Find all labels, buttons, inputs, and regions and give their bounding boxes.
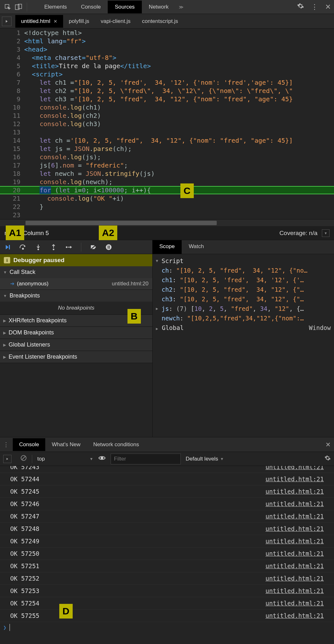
code-line[interactable]: 8 let ch2 ="[10, 2, 5, \"fred\", 34, \"1…	[0, 87, 334, 95]
source-link[interactable]: untitled.html:21	[265, 535, 324, 547]
code-line[interactable]: 20 for (let i=0; i<100000; i++){	[0, 186, 334, 194]
event-listener-breakpoints-header[interactable]: ▶Event Listener Breakpoints	[0, 351, 152, 363]
top-tab-console[interactable]: Console	[74, 1, 108, 13]
console-prompt[interactable]: ❯	[0, 622, 334, 633]
source-link[interactable]: untitled.html:21	[265, 485, 324, 497]
console-line[interactable]: OK 57252untitled.html:21	[0, 572, 334, 585]
drawer-tab[interactable]: What's New	[45, 438, 87, 451]
drawer-tab[interactable]: Console	[13, 438, 45, 451]
code-line[interactable]: 5 <title>Titre de la page</title>	[0, 62, 334, 70]
filter-input[interactable]	[111, 454, 181, 464]
source-link[interactable]: untitled.html:21	[265, 610, 324, 622]
file-tab[interactable]: polyfill.js	[63, 15, 95, 28]
inspect-icon[interactable]	[3, 3, 12, 11]
source-link[interactable]: untitled.html:21	[265, 597, 324, 609]
code-line[interactable]: 1<!doctype html>	[0, 29, 334, 37]
code-line[interactable]: 19 console.log(newch);	[0, 178, 334, 186]
console-output[interactable]: OK 57243untitled.html:21OK 57244untitled…	[0, 466, 334, 622]
close-icon[interactable]: ✕	[325, 3, 331, 11]
code-line[interactable]: 2<html lang="fr">	[0, 37, 334, 45]
code-line[interactable]: 23	[0, 211, 334, 219]
scope-var[interactable]: ch2: "[10, 2, 5, "fred", 34, "12", {"…	[153, 285, 334, 294]
console-gear-icon[interactable]	[324, 455, 331, 463]
device-icon[interactable]	[14, 3, 23, 11]
console-line[interactable]: OK 57246untitled.html:21	[0, 498, 334, 510]
console-line[interactable]: OK 57253untitled.html:21	[0, 585, 334, 597]
context-selector[interactable]: top ▼	[37, 456, 93, 462]
breakpoints-header[interactable]: ▼Breakpoints	[0, 290, 152, 302]
drawer-tab[interactable]: Network conditions	[87, 438, 146, 451]
kebab-icon[interactable]: ⋮	[311, 3, 318, 11]
dom-breakpoints-header[interactable]: ▶DOM Breakpoints	[0, 327, 152, 339]
console-sidebar-icon[interactable]	[3, 455, 11, 463]
code-line[interactable]: 12 console.log(ch3)	[0, 120, 334, 128]
top-tab-network[interactable]: Network	[142, 1, 176, 13]
step-out-icon[interactable]	[50, 243, 57, 251]
scope-global[interactable]: ▶ GlobalWindow	[153, 323, 334, 333]
callstack-header[interactable]: ▼Call Stack	[0, 266, 152, 278]
pause-on-exceptions-icon[interactable]	[105, 243, 113, 251]
code-line[interactable]: 7 let ch1 ="[10, 2, 5, 'fred', 34, '12',…	[0, 78, 334, 87]
coverage-dropdown-icon[interactable]: ▼	[322, 229, 330, 237]
code-line[interactable]: 14 let ch ='[10, 2, 5, "fred", 34, "12",…	[0, 136, 334, 145]
console-line[interactable]: OK 57250untitled.html:21	[0, 547, 334, 560]
code-line[interactable]: 4 <meta charset="utf-8">	[0, 54, 334, 62]
file-tab[interactable]: contentscript.js	[136, 15, 184, 28]
eye-icon[interactable]	[98, 455, 105, 462]
code-line[interactable]: 10 console.log(ch1)	[0, 103, 334, 111]
file-tab[interactable]: vapi-client.js	[95, 15, 136, 28]
source-link[interactable]: untitled.html:21	[265, 547, 324, 560]
code-line[interactable]: 17 js[6].nom = "frederic";	[0, 161, 334, 169]
source-link[interactable]: untitled.html:21	[265, 510, 324, 522]
code-line[interactable]: 11 console.log(ch2)	[0, 111, 334, 120]
code-line[interactable]: 6 <script>	[0, 70, 334, 78]
console-line[interactable]: OK 57247untitled.html:21	[0, 510, 334, 523]
code-line[interactable]: 15 let js = JSON.parse(ch);	[0, 145, 334, 153]
top-tab-sources[interactable]: Sources	[108, 1, 142, 13]
code-line[interactable]: 16 console.log(js);	[0, 153, 334, 161]
code-line[interactable]: 13	[0, 128, 334, 136]
console-line[interactable]: OK 57249untitled.html:21	[0, 535, 334, 547]
show-navigator-icon[interactable]	[2, 17, 11, 26]
scope-var[interactable]: ▶ js: (7) [10, 2, 5, "fred", 34, "12", {…	[153, 304, 334, 313]
source-link[interactable]: untitled.html:21	[265, 523, 324, 535]
stack-frame[interactable]: ➔(anonymous) untitled.html:20	[0, 278, 152, 290]
source-link[interactable]: untitled.html:21	[265, 572, 324, 584]
scope-tab-scope[interactable]: Scope	[152, 240, 182, 254]
step-over-icon[interactable]	[19, 243, 27, 251]
deactivate-breakpoints-icon[interactable]	[90, 243, 97, 251]
console-line[interactable]: OK 57243untitled.html:21	[0, 466, 334, 473]
log-levels-selector[interactable]: Default levels ▼	[186, 456, 224, 462]
source-link[interactable]: untitled.html:21	[265, 585, 324, 597]
console-line[interactable]: OK 57244untitled.html:21	[0, 473, 334, 485]
file-tab[interactable]: untitled.html✕	[15, 15, 63, 28]
clear-console-icon[interactable]	[20, 455, 27, 463]
more-tabs-icon[interactable]: ≫	[179, 4, 184, 10]
scope-var[interactable]: newch: "[10,2,5,"fred",34,"12",{"nom":…	[153, 313, 334, 323]
gear-icon[interactable]	[297, 3, 304, 11]
code-line[interactable]: 3<head>	[0, 45, 334, 54]
code-line[interactable]: 18 let newch = JSON.stringify(js)	[0, 169, 334, 178]
scope-var[interactable]: ch: "[10, 2, 5, "fred", 34, "12", {"no…	[153, 266, 334, 275]
step-into-icon[interactable]	[34, 243, 42, 251]
console-line[interactable]: OK 57248untitled.html:21	[0, 523, 334, 535]
code-line[interactable]: 22 }	[0, 203, 334, 211]
console-line[interactable]: OK 57255untitled.html:21	[0, 610, 334, 622]
console-line[interactable]: OK 57254untitled.html:21	[0, 597, 334, 610]
scope-var[interactable]: ch3: "[10, 2, 5, "fred", 34, "12", {"…	[153, 294, 334, 304]
code-line[interactable]: 9 let ch3 ='[10, 2, 5, "fred", 34, "12",…	[0, 95, 334, 103]
drawer-close-icon[interactable]: ✕	[325, 441, 331, 448]
console-line[interactable]: OK 57245untitled.html:21	[0, 485, 334, 498]
resume-icon[interactable]	[4, 243, 11, 251]
scope-tab-watch[interactable]: Watch	[182, 240, 211, 254]
close-icon[interactable]: ✕	[54, 19, 57, 24]
editor-horizontal-scrollbar[interactable]	[0, 219, 334, 226]
code-editor[interactable]: 1<!doctype html>2<html lang="fr">3<head>…	[0, 29, 334, 219]
global-listeners-header[interactable]: ▶Global Listeners	[0, 339, 152, 351]
source-link[interactable]: untitled.html:21	[265, 473, 324, 485]
code-line[interactable]: 21 console.log("OK "+i)	[0, 194, 334, 203]
source-link[interactable]: untitled.html:21	[265, 560, 324, 572]
scope-var[interactable]: ch1: "[10, 2, 5, 'fred', 34, '12', {'…	[153, 275, 334, 285]
top-tab-elements[interactable]: Elements	[37, 1, 74, 13]
source-link[interactable]: untitled.html:21	[265, 466, 324, 468]
